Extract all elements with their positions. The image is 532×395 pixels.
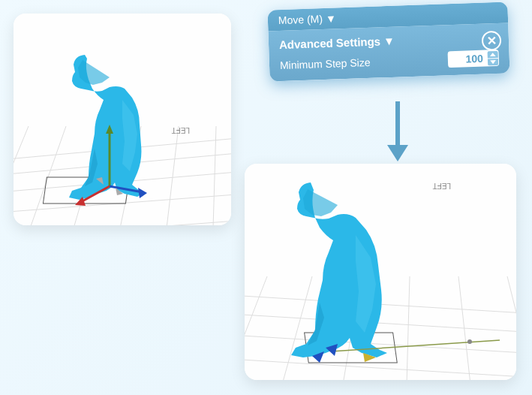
axis-label: LEFT: [433, 182, 451, 190]
settings-panel: Move (M)▼ ✕ Advanced Settings▼ Minimum S…: [267, 2, 509, 81]
flow-arrow-icon: [375, 101, 420, 169]
close-icon[interactable]: ✕: [482, 31, 502, 51]
step-size-input[interactable]: [447, 50, 499, 68]
chevron-down-icon: ▼: [383, 35, 395, 48]
chevron-down-icon: ▼: [326, 12, 336, 24]
svg-point-32: [467, 339, 472, 344]
viewport-before[interactable]: LEFT: [14, 14, 231, 225]
field-label: Minimum Step Size: [280, 56, 371, 71]
axis-label: LEFT: [172, 126, 190, 134]
step-up-icon[interactable]: [488, 50, 498, 57]
svg-rect-18: [245, 164, 516, 380]
viewport-after[interactable]: LEFT: [245, 164, 516, 380]
section-title[interactable]: Advanced Settings▼: [279, 31, 498, 51]
step-down-icon[interactable]: [488, 58, 498, 65]
